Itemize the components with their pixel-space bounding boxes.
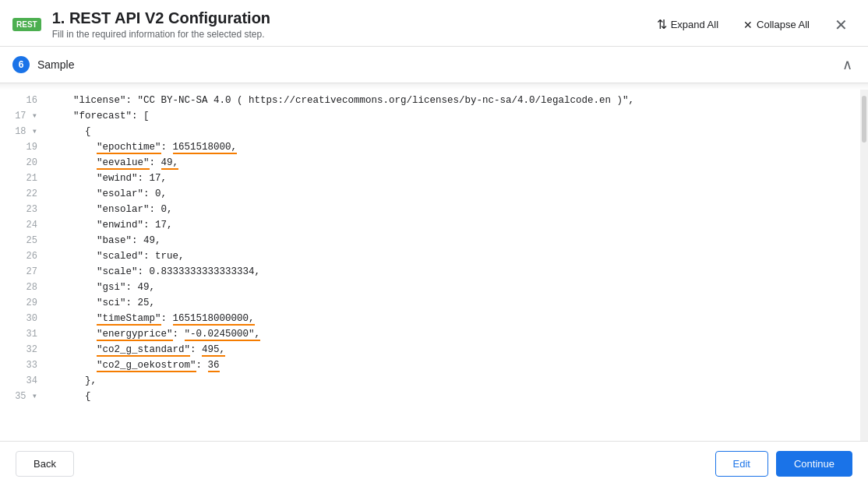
line-content: "base": 49, bbox=[50, 233, 851, 248]
collapse-all-button[interactable]: ✕ Collapse All bbox=[739, 16, 814, 34]
highlighted-value: 495, bbox=[202, 344, 225, 357]
table-row: 35 ▾ { bbox=[0, 389, 860, 404]
expand-all-label: Expand All bbox=[671, 19, 718, 30]
highlighted-value: 36 bbox=[208, 360, 220, 372]
line-content: "ensolar": 0, bbox=[50, 202, 851, 217]
line-number: 34 bbox=[9, 373, 37, 389]
table-row: 32 "co2_g_standard": 495, bbox=[0, 342, 860, 357]
line-number: 18 ▾ bbox=[9, 124, 37, 139]
line-number: 28 bbox=[9, 280, 37, 295]
line-content: "gsi": 49, bbox=[50, 280, 851, 295]
line-number: 24 bbox=[9, 217, 37, 233]
table-row: 25 "base": 49, bbox=[0, 233, 860, 248]
rest-badge: REST bbox=[12, 18, 41, 31]
table-row: 18 ▾ { bbox=[0, 124, 860, 139]
highlighted-value: 1651518000000, bbox=[173, 313, 255, 326]
highlighted-value: 49, bbox=[161, 157, 179, 170]
page-subtitle: Fill in the required information for the… bbox=[52, 29, 652, 40]
line-number: 25 bbox=[9, 233, 37, 248]
line-content: "forecast": [ bbox=[50, 108, 851, 124]
page-header: REST 1. REST API V2 Configuration Fill i… bbox=[0, 0, 868, 47]
line-number: 16 bbox=[9, 93, 37, 108]
line-content: "co2_g_standard": 495, bbox=[50, 342, 851, 357]
table-row: 22 "esolar": 0, bbox=[0, 186, 860, 202]
highlighted-key: "energyprice" bbox=[97, 329, 173, 341]
line-content: { bbox=[50, 124, 851, 139]
line-number: 21 bbox=[9, 171, 37, 186]
line-content: "co2_g_oekostrom": 36 bbox=[50, 357, 851, 373]
header-title-block: 1. REST API V2 Configuration Fill in the… bbox=[52, 9, 652, 40]
code-scroll-area[interactable]: 16 "license": "CC BY-NC-SA 4.0 ( https:/… bbox=[0, 90, 860, 441]
table-row: 23 "ensolar": 0, bbox=[0, 202, 860, 217]
line-content: "eevalue": 49, bbox=[50, 155, 851, 171]
line-number: 30 bbox=[9, 311, 37, 326]
line-number: 27 bbox=[9, 264, 37, 280]
line-content: "scaled": true, bbox=[50, 248, 851, 264]
line-number: 20 bbox=[9, 155, 37, 171]
table-row: 19 "epochtime": 1651518000, bbox=[0, 139, 860, 155]
table-row: 20 "eevalue": 49, bbox=[0, 155, 860, 171]
back-button[interactable]: Back bbox=[16, 451, 74, 477]
expand-all-icon: ⇅ bbox=[657, 17, 667, 32]
table-row: 27 "scale": 0.8333333333333334, bbox=[0, 264, 860, 280]
line-number: 33 bbox=[9, 357, 37, 373]
table-row: 28 "gsi": 49, bbox=[0, 280, 860, 295]
continue-button[interactable]: Continue bbox=[776, 451, 852, 477]
table-row: 33 "co2_g_oekostrom": 36 bbox=[0, 357, 860, 373]
table-row: 31 "energyprice": "-0.0245000", bbox=[0, 326, 860, 342]
line-number: 29 bbox=[9, 295, 37, 311]
highlighted-key: "eevalue" bbox=[97, 157, 150, 170]
table-row: 24 "enwind": 17, bbox=[0, 217, 860, 233]
top-fade bbox=[0, 83, 868, 90]
line-content: "ewind": 17, bbox=[50, 171, 851, 186]
line-content: }, bbox=[50, 373, 851, 389]
line-number: 19 bbox=[9, 139, 37, 155]
line-content: "enwind": 17, bbox=[50, 217, 851, 233]
highlighted-key: "epochtime" bbox=[97, 142, 161, 154]
section-number: 6 bbox=[12, 56, 30, 73]
edit-button[interactable]: Edit bbox=[715, 451, 768, 477]
collapse-all-icon: ✕ bbox=[743, 19, 753, 31]
line-content: "scale": 0.8333333333333334, bbox=[50, 264, 851, 280]
line-number: 35 ▾ bbox=[9, 389, 37, 404]
table-row: 26 "scaled": true, bbox=[0, 248, 860, 264]
collapse-section-button[interactable]: ∧ bbox=[839, 55, 856, 75]
table-row: 34 }, bbox=[0, 373, 860, 389]
page-footer: Back Edit Continue bbox=[0, 441, 868, 486]
table-row: 17 ▾ "forecast": [ bbox=[0, 108, 860, 124]
highlighted-key: "co2_g_oekostrom" bbox=[97, 360, 196, 372]
table-row: 30 "timeStamp": 1651518000000, bbox=[0, 311, 860, 326]
line-content: "license": "CC BY-NC-SA 4.0 ( https://cr… bbox=[50, 93, 851, 108]
line-content: "esolar": 0, bbox=[50, 186, 851, 202]
code-container: 16 "license": "CC BY-NC-SA 4.0 ( https:/… bbox=[0, 90, 868, 441]
section-title: Sample bbox=[37, 58, 839, 71]
line-content: "timeStamp": 1651518000000, bbox=[50, 311, 851, 326]
line-number: 26 bbox=[9, 248, 37, 264]
table-row: 29 "sci": 25, bbox=[0, 295, 860, 311]
line-number: 17 ▾ bbox=[9, 108, 37, 124]
scrollbar-thumb[interactable] bbox=[862, 96, 866, 143]
line-number: 32 bbox=[9, 342, 37, 357]
line-number: 22 bbox=[9, 186, 37, 202]
table-row: 16 "license": "CC BY-NC-SA 4.0 ( https:/… bbox=[0, 93, 860, 108]
highlighted-value: 1651518000, bbox=[173, 142, 238, 154]
table-row: 21 "ewind": 17, bbox=[0, 171, 860, 186]
line-number: 23 bbox=[9, 202, 37, 217]
highlighted-key: "co2_g_standard" bbox=[97, 344, 190, 357]
line-content: "energyprice": "-0.0245000", bbox=[50, 326, 851, 342]
line-content: "epochtime": 1651518000, bbox=[50, 139, 851, 155]
footer-right: Edit Continue bbox=[715, 451, 852, 477]
close-button[interactable]: ✕ bbox=[830, 16, 852, 34]
highlighted-value: "-0.0245000", bbox=[185, 329, 261, 341]
line-content: "sci": 25, bbox=[50, 295, 851, 311]
highlighted-key: "timeStamp" bbox=[97, 313, 161, 326]
vertical-scrollbar[interactable] bbox=[860, 90, 868, 441]
expand-all-button[interactable]: ⇅ Expand All bbox=[652, 14, 723, 35]
page-title: 1. REST API V2 Configuration bbox=[52, 9, 652, 27]
section-header: 6 Sample ∧ bbox=[0, 47, 868, 83]
line-content: { bbox=[50, 389, 851, 404]
header-actions: ⇅ Expand All ✕ Collapse All ✕ bbox=[652, 14, 852, 35]
line-number: 31 bbox=[9, 326, 37, 342]
footer-left: Back bbox=[16, 451, 715, 477]
collapse-all-label: Collapse All bbox=[757, 19, 810, 30]
